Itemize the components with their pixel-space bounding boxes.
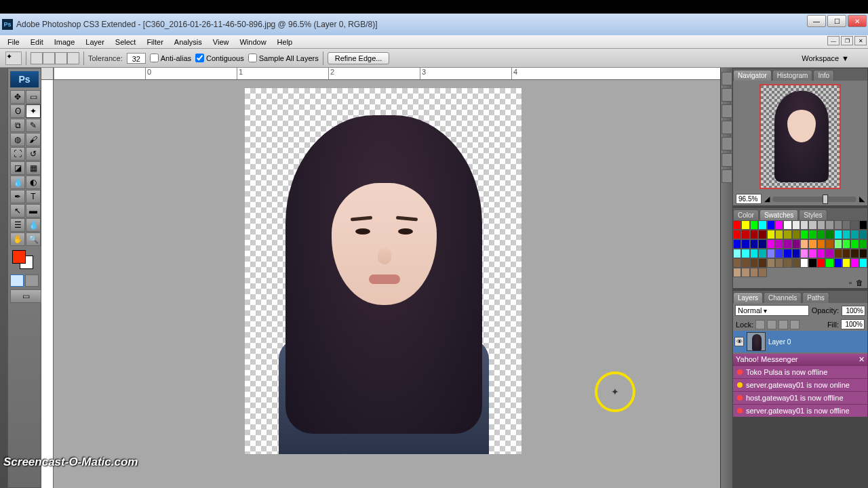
swatch[interactable] [834, 258, 842, 268]
swatches-tab[interactable]: Swatches [760, 209, 798, 220]
swatch[interactable] [825, 249, 833, 258]
swatch[interactable] [808, 258, 816, 268]
swatch[interactable] [800, 249, 808, 258]
move-tool[interactable]: ✥ [10, 90, 25, 104]
menu-view[interactable]: View [208, 37, 235, 47]
lock-transparency-icon[interactable] [755, 320, 765, 329]
swatch[interactable] [792, 239, 800, 249]
layers-tab[interactable]: Layers [733, 292, 763, 303]
swatch[interactable] [741, 230, 749, 239]
messenger-close-icon[interactable]: ✕ [859, 355, 865, 364]
menu-analysis[interactable]: Analysis [169, 37, 208, 47]
swatch[interactable] [800, 258, 808, 268]
swatch[interactable] [817, 268, 825, 277]
swatch[interactable] [808, 249, 816, 258]
swatch[interactable] [859, 249, 867, 258]
swatch[interactable] [775, 239, 783, 249]
slice-tool[interactable]: ✎ [26, 119, 41, 132]
swatch[interactable] [741, 268, 749, 277]
swatch[interactable] [775, 249, 783, 258]
swatch[interactable] [741, 220, 749, 230]
swatch[interactable] [808, 220, 816, 230]
swatch[interactable] [767, 268, 775, 277]
visibility-icon[interactable]: 👁 [734, 337, 744, 346]
swatch[interactable] [792, 249, 800, 258]
swatch[interactable] [775, 230, 783, 239]
swatch[interactable] [750, 220, 758, 230]
opacity-value[interactable]: 100% [842, 306, 865, 316]
navigator-tab[interactable]: Navigator [733, 70, 772, 81]
swatch[interactable] [850, 239, 859, 249]
magic-wand-tool[interactable]: ✦ [26, 104, 41, 118]
document-canvas[interactable] [245, 88, 521, 454]
swatch[interactable] [767, 258, 775, 268]
doc-minimize-button[interactable]: — [827, 36, 840, 45]
swatch[interactable] [817, 258, 825, 268]
blend-mode-select[interactable]: Normal ▾ [735, 305, 809, 316]
swatch[interactable] [842, 268, 850, 277]
swatch[interactable] [859, 220, 867, 230]
swatch[interactable] [767, 239, 775, 249]
mini-tab-7[interactable] [722, 169, 732, 183]
swatch[interactable] [850, 230, 859, 239]
refine-edge-button[interactable]: Refine Edge... [328, 52, 390, 64]
swatch[interactable] [808, 239, 816, 249]
swatch[interactable] [733, 258, 741, 268]
notes-tool[interactable]: ☰ [10, 218, 25, 232]
styles-tab[interactable]: Styles [799, 209, 827, 220]
history-brush-tool[interactable]: ↺ [26, 147, 41, 161]
swatch[interactable] [741, 258, 749, 268]
swatch[interactable] [750, 268, 758, 277]
maximize-button[interactable]: ☐ [827, 15, 846, 27]
swatch[interactable] [850, 268, 859, 277]
healing-tool[interactable]: ◍ [10, 133, 25, 146]
swatch[interactable] [834, 230, 842, 239]
mini-tab-2[interactable] [722, 88, 732, 102]
swatch[interactable] [817, 220, 825, 230]
swatch[interactable] [850, 220, 859, 230]
mini-tab-4[interactable] [722, 121, 732, 134]
menu-image[interactable]: Image [49, 37, 81, 47]
hand-tool[interactable]: ✋ [10, 232, 25, 246]
swatch[interactable] [817, 249, 825, 258]
swatch-grid[interactable] [733, 220, 867, 277]
histogram-tab[interactable]: Histogram [772, 70, 813, 81]
swatch[interactable] [792, 230, 800, 239]
swatch[interactable] [775, 268, 783, 277]
swatch[interactable] [767, 230, 775, 239]
channels-tab[interactable]: Channels [764, 292, 802, 303]
swatch[interactable] [825, 268, 833, 277]
swatch[interactable] [741, 249, 749, 258]
doc-restore-button[interactable]: ❐ [841, 36, 853, 45]
close-button[interactable]: ✕ [848, 15, 867, 27]
antialias-checkbox[interactable] [150, 54, 159, 62]
foreground-color[interactable] [12, 250, 26, 264]
swatch[interactable] [792, 258, 800, 268]
dodge-tool[interactable]: ◐ [26, 176, 41, 189]
lock-image-icon[interactable] [767, 320, 776, 329]
doc-close-button[interactable]: ✕ [854, 36, 867, 45]
new-swatch-icon[interactable]: ▫ [849, 279, 852, 287]
swatch[interactable] [758, 230, 766, 239]
swatch[interactable] [825, 230, 833, 239]
swatch[interactable] [834, 249, 842, 258]
shape-tool[interactable]: ▬ [26, 204, 41, 218]
swatch[interactable] [750, 258, 758, 268]
swatch[interactable] [850, 249, 859, 258]
swatch[interactable] [859, 258, 867, 268]
swatch[interactable] [800, 220, 808, 230]
swatch[interactable] [767, 220, 775, 230]
swatch[interactable] [775, 220, 783, 230]
swatch[interactable] [733, 239, 741, 249]
lasso-tool[interactable]: ʘ [10, 104, 25, 118]
navigator-thumbnail[interactable] [760, 84, 841, 189]
swatch[interactable] [758, 258, 766, 268]
swatch[interactable] [859, 230, 867, 239]
current-tool-icon[interactable]: ✦ [5, 52, 22, 65]
swatch[interactable] [783, 258, 791, 268]
zoom-tool[interactable]: 🔍 [26, 232, 41, 246]
contiguous-checkbox[interactable] [195, 54, 204, 62]
gradient-tool[interactable]: ▦ [26, 161, 41, 175]
swatch[interactable] [825, 220, 833, 230]
swatch[interactable] [767, 249, 775, 258]
